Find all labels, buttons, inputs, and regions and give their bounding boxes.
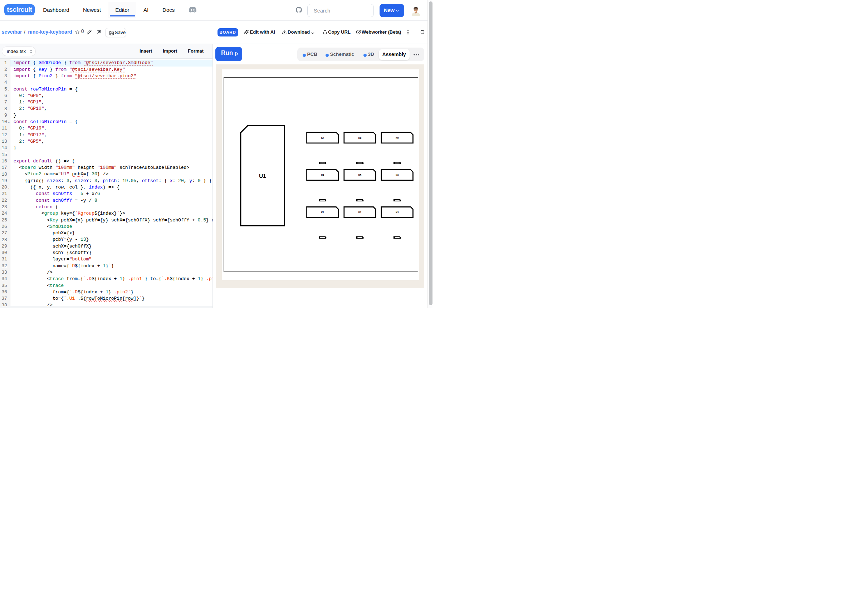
svg-text:K7: K7 bbox=[321, 137, 325, 139]
svg-text:U1: U1 bbox=[259, 173, 266, 179]
svg-text:K1: K1 bbox=[321, 211, 325, 214]
svg-text:K8: K8 bbox=[358, 137, 362, 139]
svg-text:K6: K6 bbox=[396, 174, 399, 176]
svg-text:K2: K2 bbox=[358, 211, 362, 214]
svg-text:K9: K9 bbox=[396, 137, 399, 139]
svg-text:K3: K3 bbox=[396, 211, 399, 214]
svg-text:K4: K4 bbox=[321, 174, 325, 176]
svg-text:K5: K5 bbox=[358, 174, 362, 176]
